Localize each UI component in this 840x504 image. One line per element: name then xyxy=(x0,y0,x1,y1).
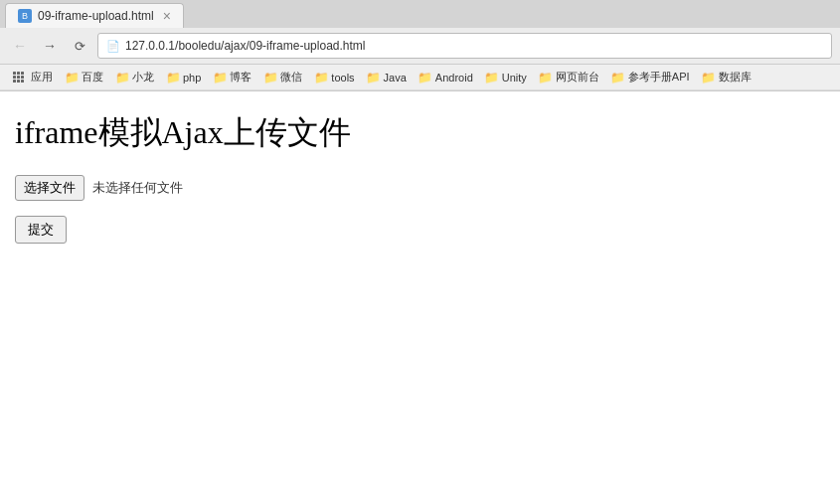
back-button[interactable]: ← xyxy=(8,34,32,58)
bookmark-api-reference[interactable]: 参考手册API xyxy=(606,68,695,86)
bookmark-baidu[interactable]: 百度 xyxy=(60,68,108,86)
active-tab[interactable]: B 09-iframe-upload.html × xyxy=(5,3,184,28)
folder-icon xyxy=(166,71,180,84)
submit-row: 提交 xyxy=(15,216,825,244)
tab-bar: B 09-iframe-upload.html × xyxy=(0,0,840,28)
bookmark-java[interactable]: Java xyxy=(362,69,412,86)
bookmark-xiaolong[interactable]: 小龙 xyxy=(110,68,159,86)
bookmark-unity[interactable]: Unity xyxy=(480,69,532,86)
browser-chrome: B 09-iframe-upload.html × ← → ⟳ 📄 127.0.… xyxy=(0,0,840,91)
bookmark-apps[interactable]: 应用 xyxy=(8,68,58,86)
bookmark-blog[interactable]: 博客 xyxy=(208,68,256,86)
bookmark-api-reference-label: 参考手册API xyxy=(628,70,690,84)
tab-close-button[interactable]: × xyxy=(163,8,171,24)
folder-icon xyxy=(65,71,79,84)
bookmark-php[interactable]: php xyxy=(161,69,206,86)
bookmark-apps-label: 应用 xyxy=(31,70,53,84)
bookmark-database-label: 数据库 xyxy=(719,70,752,84)
apps-grid-icon xyxy=(13,72,24,83)
no-file-label: 未选择任何文件 xyxy=(92,179,183,197)
forward-button[interactable]: → xyxy=(38,34,62,58)
choose-file-button[interactable]: 选择文件 xyxy=(15,175,84,201)
tab-title: 09-iframe-upload.html xyxy=(38,9,154,23)
folder-icon xyxy=(314,71,328,84)
bookmark-xiaolong-label: 小龙 xyxy=(132,70,154,84)
bookmark-baidu-label: 百度 xyxy=(82,70,103,84)
folder-icon xyxy=(485,71,499,84)
bookmark-wechat[interactable]: 微信 xyxy=(258,68,307,86)
bookmark-unity-label: Unity xyxy=(502,72,527,84)
bookmark-android[interactable]: Android xyxy=(414,69,478,86)
url-text: 127.0.0.1/booledu/ajax/09-iframe-upload.… xyxy=(125,39,366,53)
page-title: iframe模拟Ajax上传文件 xyxy=(15,111,825,155)
bookmarks-bar: 应用 百度 小龙 php 博客 微信 tools Java xyxy=(0,65,840,90)
bookmark-database[interactable]: 数据库 xyxy=(697,68,756,86)
browser-toolbar: ← → ⟳ 📄 127.0.0.1/booledu/ajax/09-iframe… xyxy=(0,28,840,65)
bookmark-php-label: php xyxy=(183,72,201,84)
folder-icon xyxy=(263,71,277,84)
submit-button[interactable]: 提交 xyxy=(15,216,67,244)
folder-icon xyxy=(702,71,716,84)
folder-icon xyxy=(367,71,381,84)
address-bar[interactable]: 📄 127.0.0.1/booledu/ajax/09-iframe-uploa… xyxy=(97,33,832,59)
file-upload-row: 选择文件 未选择任何文件 xyxy=(15,175,825,201)
folder-icon xyxy=(213,71,227,84)
bookmark-android-label: Android xyxy=(435,72,473,84)
bookmark-wechat-label: 微信 xyxy=(280,70,302,84)
folder-icon xyxy=(611,71,625,84)
bookmark-tools-label: tools xyxy=(331,72,354,84)
folder-icon xyxy=(539,71,553,84)
bookmark-tools[interactable]: tools xyxy=(309,69,359,86)
bookmark-web-frontend[interactable]: 网页前台 xyxy=(534,68,604,86)
bookmark-web-frontend-label: 网页前台 xyxy=(556,70,599,84)
folder-icon xyxy=(419,71,432,84)
tab-favicon: B xyxy=(18,9,32,23)
page-content: iframe模拟Ajax上传文件 选择文件 未选择任何文件 提交 xyxy=(0,91,840,504)
bookmark-java-label: Java xyxy=(384,72,407,84)
bookmark-blog-label: 博客 xyxy=(230,70,252,84)
page-icon: 📄 xyxy=(106,40,120,53)
folder-icon xyxy=(115,71,129,84)
refresh-button[interactable]: ⟳ xyxy=(68,34,91,58)
